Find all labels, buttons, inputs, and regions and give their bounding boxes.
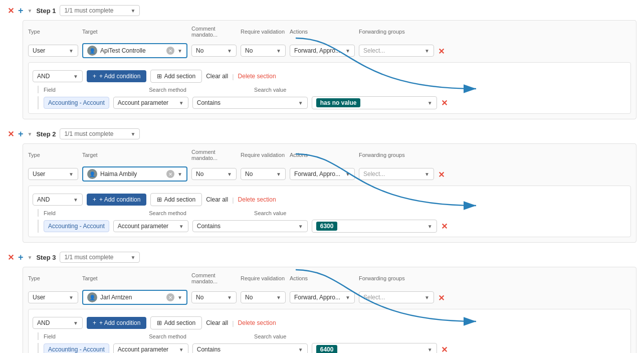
- step-2-clear-all-link[interactable]: Clear all: [206, 196, 228, 203]
- chevron-down-icon: ▼: [298, 100, 303, 106]
- step-2-collapse-icon[interactable]: ▼: [28, 131, 33, 137]
- step-3-forwarding-dropdown[interactable]: Select... ▼: [359, 291, 434, 303]
- plus-icon: +: [93, 196, 96, 203]
- step-3-target-name: Jarl Arntzen: [100, 294, 163, 301]
- step-3-search-value-box[interactable]: 6400 ▼: [312, 343, 437, 353]
- step-2-delete-icon[interactable]: ✕: [8, 129, 14, 139]
- step-3-target-box[interactable]: 👤 Jarl Arntzen ✕ ▼: [82, 290, 187, 305]
- chevron-down-icon: ▼: [131, 131, 136, 137]
- step-1-search-value-box[interactable]: has no value ▼: [312, 96, 437, 109]
- step-1-conditions-section: AND ▼ + + Add condition ⊞ Add section Cl…: [28, 62, 631, 114]
- step-3-forwarding-group: Select... ▼: [359, 291, 434, 303]
- step-1-collapse-icon[interactable]: ▼: [28, 8, 33, 14]
- step-2-actions-dropdown[interactable]: Forward, Appro... ▼: [290, 168, 355, 180]
- step-2-condition-fields: Field Search method Search value: [38, 209, 626, 217]
- step-2-add-section-btn[interactable]: ⊞ Add section: [150, 193, 202, 206]
- step-3-add-icon[interactable]: +: [18, 252, 24, 263]
- step-3-add-condition-btn[interactable]: + + Add condition: [87, 317, 146, 329]
- step-3-target-clear-icon[interactable]: ✕: [166, 293, 174, 301]
- step-3-comment-group: No ▼: [191, 291, 237, 303]
- field-col-label: Field: [44, 333, 64, 339]
- step-2-row-delete-icon[interactable]: ✕: [438, 170, 445, 180]
- step-1-comment-dropdown[interactable]: No ▼: [191, 45, 237, 57]
- step-1-delete-section-link[interactable]: Delete section: [238, 73, 276, 80]
- plus-icon: +: [93, 73, 96, 80]
- step-1-add-section-btn[interactable]: ⊞ Add section: [150, 70, 202, 83]
- step-1-and-dropdown[interactable]: AND ▼: [33, 70, 83, 82]
- step-2-account-param-dropdown[interactable]: Account parameter ▼: [113, 220, 188, 232]
- chevron-down-icon: ▼: [227, 48, 232, 54]
- step-2-type-dropdown[interactable]: User ▼: [28, 168, 78, 180]
- step-2-condition-delete-icon[interactable]: ✕: [441, 222, 448, 231]
- step-1-require-group: No ▼: [241, 45, 286, 57]
- step-3-type-dropdown[interactable]: User ▼: [28, 291, 78, 303]
- step-3-search-method-dropdown[interactable]: Contains ▼: [192, 343, 308, 353]
- step-2-conditions-section: AND ▼ + + Add condition ⊞ Add section Cl…: [28, 186, 631, 237]
- step-2-target-clear-icon[interactable]: ✕: [166, 170, 174, 178]
- step-3-clear-all-link[interactable]: Clear all: [206, 319, 228, 326]
- search-value-col-label: Search value: [254, 87, 286, 93]
- step-2-complete-dropdown[interactable]: 1/1 must complete ▼: [60, 128, 140, 139]
- step-2-search-value-box[interactable]: 6300 ▼: [312, 220, 437, 233]
- step-1-account-param-dropdown[interactable]: Account parameter ▼: [113, 97, 188, 109]
- step-3-row-delete-icon[interactable]: ✕: [438, 293, 445, 303]
- step-2-comment-group: No ▼: [191, 168, 237, 180]
- step-2-add-icon[interactable]: +: [18, 129, 24, 139]
- search-value-col-label: Search value: [254, 210, 286, 216]
- step-3-require-dropdown[interactable]: No ▼: [241, 291, 286, 303]
- step-2-forwarding-dropdown[interactable]: Select... ▼: [359, 168, 434, 180]
- step-3-comment-dropdown[interactable]: No ▼: [191, 291, 237, 303]
- step-2-and-dropdown[interactable]: AND ▼: [33, 194, 83, 206]
- step-1-complete-dropdown[interactable]: 1/1 must complete ▼: [60, 5, 140, 16]
- step-1-type-dropdown[interactable]: User ▼: [28, 45, 78, 57]
- step-3-label: Step 3: [36, 254, 56, 261]
- step-3-complete-dropdown[interactable]: 1/1 must complete ▼: [60, 252, 140, 263]
- step-3-delete-section-link[interactable]: Delete section: [238, 319, 276, 326]
- chevron-down-icon: ▼: [424, 295, 430, 300]
- comment-label: Comment mandato...: [191, 26, 237, 38]
- step-3-actions-dropdown[interactable]: Forward, Appro... ▼: [290, 291, 355, 303]
- step-1-require-dropdown[interactable]: No ▼: [241, 45, 286, 57]
- step-2-forwarding-group: Select... ▼: [359, 168, 434, 180]
- step-3-and-dropdown[interactable]: AND ▼: [33, 317, 83, 329]
- step-1-actions-group: Forward, Appro... ▼: [290, 45, 355, 57]
- step-3-delete-icon[interactable]: ✕: [8, 253, 14, 262]
- step-1-add-condition-btn[interactable]: + + Add condition: [87, 70, 146, 82]
- step-1-clear-all-link[interactable]: Clear all: [206, 73, 228, 80]
- step-1-fields: User ▼ 👤 ApiTest Controlle ✕ ▼: [28, 43, 631, 58]
- step-3-add-section-btn[interactable]: ⊞ Add section: [150, 316, 202, 329]
- step-2-require-dropdown[interactable]: No ▼: [241, 168, 286, 180]
- step-3-account-param-dropdown[interactable]: Account parameter ▼: [113, 343, 188, 353]
- step-3-condition-fields: Field Search method Search value: [38, 332, 626, 340]
- step-2-label: Step 2: [36, 130, 56, 138]
- step-2-comment-dropdown[interactable]: No ▼: [191, 168, 237, 180]
- separator: |: [232, 196, 234, 204]
- step-1-condition-delete-icon[interactable]: ✕: [441, 98, 448, 108]
- step-1-target-box[interactable]: 👤 ApiTest Controlle ✕ ▼: [82, 43, 187, 58]
- step-1-add-icon[interactable]: +: [18, 6, 24, 16]
- step-2-col-labels: Type Target Comment mandato... Require v…: [28, 149, 631, 162]
- step-2-target-group: 👤 Haima Ambily ✕ ▼: [82, 166, 187, 182]
- step-1-target-clear-icon[interactable]: ✕: [166, 47, 174, 55]
- step-2-delete-section-link[interactable]: Delete section: [238, 196, 276, 203]
- search-method-col-label: Search method: [149, 210, 199, 216]
- target-label: Target: [82, 275, 187, 281]
- step-3-inner: Type Target Comment mandato... Require v…: [28, 272, 631, 353]
- chevron-down-icon: ▼: [69, 295, 74, 300]
- section-icon: ⊞: [157, 196, 162, 203]
- step-2-search-method-dropdown[interactable]: Contains ▼: [192, 220, 308, 232]
- step-1-forwarding-dropdown[interactable]: Select... ▼: [359, 45, 434, 57]
- step-1-row-delete-icon[interactable]: ✕: [438, 47, 445, 56]
- require-label: Require validation: [241, 152, 286, 158]
- step-2-accounting-field: Accounting - Account: [44, 220, 109, 232]
- step-2-conditions-row: AND ▼ + + Add condition ⊞ Add section Cl…: [33, 193, 626, 206]
- step-1-search-method-dropdown[interactable]: Contains ▼: [192, 97, 308, 109]
- step-2-add-condition-btn[interactable]: + + Add condition: [87, 194, 146, 206]
- step-2-target-box[interactable]: 👤 Haima Ambily ✕ ▼: [82, 166, 187, 182]
- step-3-condition-delete-icon[interactable]: ✕: [441, 345, 448, 354]
- chevron-down-icon: ▼: [227, 171, 232, 177]
- step-1-delete-icon[interactable]: ✕: [8, 6, 14, 16]
- step-1-actions-dropdown[interactable]: Forward, Appro... ▼: [290, 45, 355, 57]
- step-3-collapse-icon[interactable]: ▼: [28, 255, 33, 260]
- step-2-condition-values: Accounting - Account Account parameter ▼…: [38, 220, 626, 233]
